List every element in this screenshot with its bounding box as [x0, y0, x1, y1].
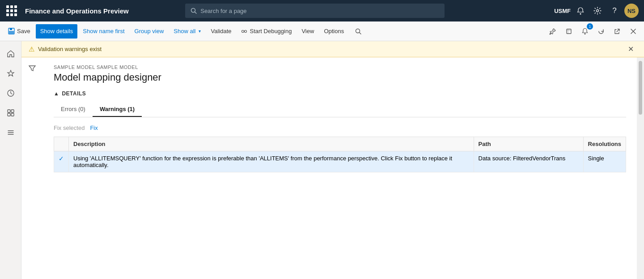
- sidebar-item-favorites[interactable]: [2, 64, 20, 82]
- open-new-window-button[interactable]: [610, 24, 624, 39]
- tab-errors[interactable]: Errors (0): [54, 102, 93, 117]
- svg-line-11: [360, 32, 361, 34]
- warning-message: Validation warnings exist: [38, 46, 102, 52]
- svg-rect-5: [10, 28, 12, 30]
- options-button[interactable]: Options: [319, 24, 348, 39]
- table-cell-path: Data source: FilteredVendorTrans: [474, 151, 583, 172]
- section-arrow-icon: ▲: [54, 90, 59, 97]
- fix-button[interactable]: Fix: [90, 124, 97, 131]
- sidebar-item-modules[interactable]: [2, 124, 20, 142]
- refresh-icon: [597, 28, 605, 35]
- show-name-first-label: Show name first: [83, 28, 124, 34]
- warning-banner: ⚠ Validation warnings exist ✕: [21, 41, 644, 57]
- table-header-check: [54, 137, 69, 151]
- main-layout: ⚠ Validation warnings exist ✕ SAMPLE MOD…: [0, 41, 644, 279]
- table-row[interactable]: ✓ Using 'ALLITEMSQUERY' function for the…: [54, 151, 626, 172]
- tabs-row: Errors (0) Warnings (1): [54, 102, 626, 117]
- svg-rect-19: [8, 113, 10, 116]
- bell-icon: [576, 7, 585, 15]
- help-button[interactable]: ?: [607, 4, 622, 18]
- actions-row: Fix selected Fix: [54, 124, 626, 131]
- close-button[interactable]: [626, 24, 640, 39]
- search-bar[interactable]: Search for a page: [185, 4, 445, 18]
- view-button[interactable]: View: [297, 24, 318, 39]
- app-title: Finance and Operations Preview: [25, 7, 129, 15]
- left-sidebar: [0, 41, 21, 279]
- table-header-row: Description Path Resolutions: [54, 137, 626, 151]
- gear-icon: [593, 7, 602, 15]
- scrollbar[interactable]: [637, 57, 644, 279]
- checkmark-icon: ✓: [59, 155, 64, 162]
- page-content: SAMPLE MODEL SAMPLE MODEL Model mapping …: [21, 57, 644, 279]
- sidebar-item-home[interactable]: [2, 45, 20, 63]
- toolbar: Save Show details Show name first Group …: [0, 21, 644, 41]
- group-view-label: Group view: [135, 28, 164, 34]
- svg-point-13: [585, 33, 586, 34]
- refresh-button[interactable]: [594, 24, 608, 39]
- start-debugging-button[interactable]: Start Debugging: [237, 24, 296, 39]
- svg-point-8: [245, 30, 247, 32]
- group-view-button[interactable]: Group view: [130, 24, 169, 39]
- filter-funnel-icon: [28, 64, 36, 73]
- svg-rect-12: [567, 29, 571, 34]
- filter-icon[interactable]: [21, 57, 43, 279]
- notifications-button[interactable]: [573, 4, 588, 18]
- nav-right-actions: USMF ? NS: [554, 4, 639, 18]
- svg-point-7: [242, 30, 244, 32]
- page-title: Model mapping designer: [54, 72, 626, 83]
- expand-icon: [565, 28, 572, 35]
- close-icon: [630, 28, 636, 34]
- toolbar-search-icon[interactable]: [351, 24, 365, 39]
- designer-area: SAMPLE MODEL SAMPLE MODEL Model mapping …: [43, 57, 637, 279]
- svg-point-3: [597, 10, 599, 12]
- warning-close-button[interactable]: ✕: [624, 43, 637, 56]
- table-header-description: Description: [69, 137, 474, 151]
- search-icon: [191, 8, 197, 14]
- save-button[interactable]: Save: [4, 24, 35, 39]
- sidebar-item-workspaces[interactable]: [2, 104, 20, 122]
- save-icon: [8, 28, 15, 34]
- top-navigation: Finance and Operations Preview Search fo…: [0, 0, 644, 21]
- breadcrumb: SAMPLE MODEL SAMPLE MODEL: [54, 64, 626, 70]
- svg-rect-17: [8, 110, 10, 112]
- show-all-button[interactable]: Show all ▾: [169, 24, 205, 39]
- save-label: Save: [17, 28, 30, 34]
- notification-count: 1: [587, 23, 593, 30]
- show-all-dropdown-arrow: ▾: [199, 29, 201, 34]
- notification-bell-button[interactable]: 1: [578, 24, 592, 39]
- details-section-header[interactable]: ▲ DETAILS: [54, 90, 626, 97]
- expand-button[interactable]: [562, 24, 576, 39]
- validate-label: Validate: [211, 28, 231, 34]
- apps-menu-button[interactable]: [5, 4, 18, 17]
- section-title: DETAILS: [62, 90, 86, 97]
- tab-warnings[interactable]: Warnings (1): [93, 102, 142, 117]
- svg-rect-18: [11, 110, 14, 112]
- show-name-first-button[interactable]: Show name first: [78, 24, 129, 39]
- view-label: View: [301, 28, 314, 34]
- show-details-button[interactable]: Show details: [36, 24, 78, 39]
- options-label: Options: [324, 28, 344, 34]
- validate-button[interactable]: Validate: [206, 24, 236, 39]
- table-header-resolutions: Resolutions: [583, 137, 626, 151]
- pin-button[interactable]: [546, 24, 560, 39]
- sidebar-item-recent[interactable]: [2, 84, 20, 102]
- table-cell-check: ✓: [54, 151, 69, 172]
- debug-icon: [241, 28, 247, 34]
- pin-icon: [549, 28, 556, 35]
- svg-rect-6: [9, 31, 14, 34]
- start-debugging-label: Start Debugging: [250, 28, 292, 34]
- svg-rect-20: [11, 113, 14, 116]
- warnings-table: Description Path Resolutions: [54, 137, 626, 172]
- fix-selected-button: Fix selected: [54, 124, 85, 131]
- open-new-window-icon: [614, 28, 621, 35]
- content-area: ⚠ Validation warnings exist ✕ SAMPLE MOD…: [21, 41, 644, 279]
- scrollbar-thumb[interactable]: [639, 61, 642, 115]
- svg-line-1: [195, 12, 197, 14]
- table-header-path: Path: [474, 137, 583, 151]
- search-placeholder: Search for a page: [200, 8, 246, 14]
- settings-button[interactable]: [590, 4, 605, 18]
- table-cell-resolutions: Single: [583, 151, 626, 172]
- show-all-label: Show all: [174, 28, 195, 34]
- svg-point-2: [580, 13, 581, 15]
- user-avatar[interactable]: NS: [624, 4, 639, 18]
